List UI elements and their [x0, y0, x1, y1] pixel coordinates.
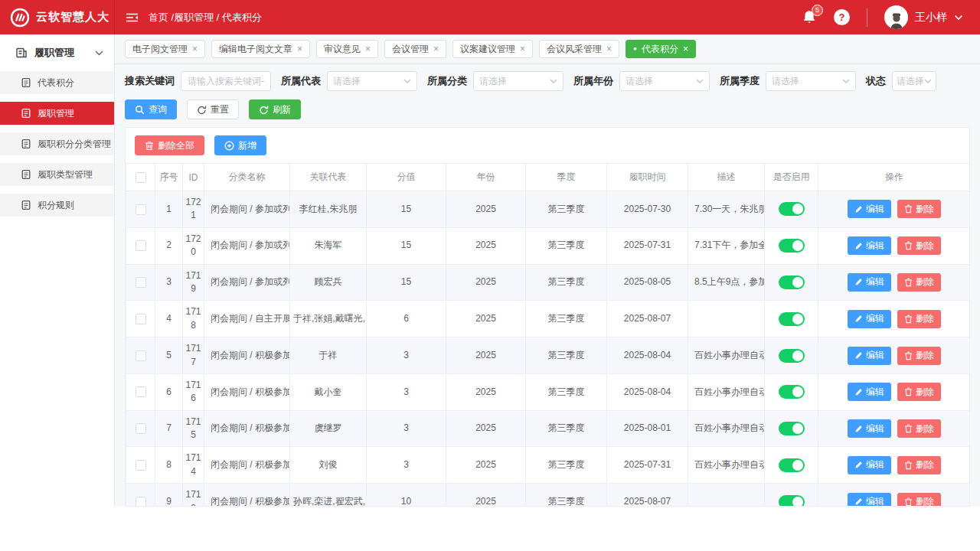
enabled-toggle[interactable]	[779, 495, 805, 507]
delete-all-button[interactable]: 删除全部	[135, 135, 204, 155]
edit-button[interactable]: 编辑	[848, 347, 891, 365]
enabled-toggle[interactable]	[779, 312, 805, 326]
col-category: 分类名称	[204, 164, 290, 191]
tab[interactable]: ● 会议管理 ×	[384, 40, 446, 58]
row-checkbox[interactable]	[136, 277, 146, 288]
delete-button[interactable]: 删除	[897, 493, 941, 507]
sidebar-item[interactable]: 代表积分	[0, 71, 114, 94]
status-filter-label: 状态	[866, 74, 886, 88]
sidebar-item[interactable]: 履职类型管理	[0, 163, 114, 186]
cell-seq: 4	[155, 301, 183, 337]
select-placeholder: 请选择	[897, 75, 924, 88]
delete-button[interactable]: 删除	[897, 419, 941, 438]
add-button[interactable]: 新增	[214, 135, 266, 155]
category-select[interactable]: 请选择	[473, 71, 564, 91]
row-checkbox[interactable]	[136, 314, 146, 324]
enabled-toggle[interactable]	[779, 239, 805, 253]
cell-reps: 虞继罗	[290, 410, 367, 447]
cell-seq: 3	[155, 264, 183, 301]
cell-desc: 7.31下午，参加全...	[688, 227, 765, 264]
year-filter-label: 所属年份	[573, 74, 613, 88]
enabled-toggle[interactable]	[779, 202, 805, 216]
refresh-button[interactable]: 刷新	[249, 99, 301, 119]
edit-button[interactable]: 编辑	[848, 493, 891, 507]
tab[interactable]: ● 编辑电子阅文文章 ×	[211, 40, 310, 58]
sidebar-item[interactable]: 履职管理	[0, 102, 114, 125]
edit-button-label: 编辑	[866, 386, 884, 399]
quarter-select[interactable]: 请选择	[766, 71, 856, 91]
close-tab-icon[interactable]: ×	[606, 44, 612, 54]
row-checkbox[interactable]	[136, 350, 146, 361]
search-icon	[135, 105, 145, 115]
cell-id: 1713	[183, 484, 204, 507]
edit-button[interactable]: 编辑	[848, 456, 891, 474]
delete-button[interactable]: 删除	[897, 383, 941, 401]
row-checkbox[interactable]	[136, 204, 146, 215]
cell-reps: 戴小奎	[290, 373, 367, 410]
cell-category: 闭会期间 / 参加或列...	[204, 227, 290, 264]
rep-select[interactable]: 请选择	[327, 71, 417, 91]
enabled-toggle[interactable]	[779, 458, 805, 472]
status-select[interactable]: 请选择	[892, 71, 936, 91]
enabled-toggle[interactable]	[779, 422, 805, 435]
trash-icon	[904, 387, 913, 396]
close-tab-icon[interactable]: ×	[683, 44, 688, 54]
tab[interactable]: ● 议案建议管理 ×	[452, 40, 533, 58]
cell-category: 闭会期间 / 积极参加...	[204, 484, 290, 507]
row-checkbox[interactable]	[136, 460, 146, 471]
row-checkbox[interactable]	[136, 423, 146, 434]
year-select[interactable]: 请选择	[619, 71, 710, 91]
select-all-checkbox[interactable]	[136, 172, 146, 183]
help-icon: ?	[839, 11, 845, 23]
delete-button[interactable]: 删除	[897, 200, 941, 218]
edit-button[interactable]: 编辑	[848, 200, 891, 218]
enabled-toggle[interactable]	[779, 276, 805, 289]
top-bar: 云软智慧人大 首页 /履职管理 / 代表积分 5 ?	[0, 0, 980, 34]
notifications-button[interactable]: 5	[802, 9, 817, 25]
keyword-input[interactable]	[181, 71, 271, 91]
close-tab-icon[interactable]: ×	[192, 44, 198, 54]
enabled-toggle[interactable]	[779, 385, 805, 399]
col-seq: 序号	[155, 164, 183, 191]
edit-button[interactable]: 编辑	[848, 273, 891, 292]
quarter-filter-label: 所属季度	[720, 74, 760, 88]
search-button[interactable]: 查询	[125, 99, 177, 119]
close-tab-icon[interactable]: ×	[365, 44, 371, 54]
sidebar-menu: 代表积分 履职管理	[0, 71, 114, 217]
search-button-label: 查询	[149, 103, 167, 116]
tab[interactable]: ● 代表积分 ×	[626, 40, 696, 58]
reset-button[interactable]: 重置	[187, 99, 239, 119]
tab[interactable]: ● 电子阅文管理 ×	[125, 40, 205, 58]
cell-quarter: 第三季度	[526, 227, 607, 264]
cell-time: 2025-07-31	[607, 447, 688, 484]
cell-score: 15	[367, 264, 446, 301]
row-checkbox[interactable]	[136, 497, 146, 507]
close-tab-icon[interactable]: ×	[297, 44, 302, 54]
sidebar-item[interactable]: 积分规则	[0, 194, 114, 217]
collapse-sidebar-icon[interactable]	[125, 11, 139, 24]
edit-button[interactable]: 编辑	[848, 383, 891, 401]
help-button[interactable]: ?	[834, 9, 850, 25]
row-checkbox[interactable]	[136, 386, 146, 397]
delete-button[interactable]: 删除	[897, 236, 941, 255]
delete-button[interactable]: 删除	[897, 310, 941, 328]
close-tab-icon[interactable]: ×	[520, 44, 525, 54]
user-menu[interactable]: 王小样	[884, 5, 963, 29]
close-tab-icon[interactable]: ×	[433, 44, 439, 54]
delete-button[interactable]: 删除	[897, 347, 941, 365]
tab[interactable]: ● 会议风采管理 ×	[539, 40, 619, 58]
cell-seq: 9	[155, 484, 183, 507]
sidebar-group-performance[interactable]: 履职管理	[0, 34, 114, 71]
delete-button[interactable]: 删除	[897, 456, 941, 474]
edit-button[interactable]: 编辑	[848, 419, 891, 438]
enabled-toggle[interactable]	[779, 349, 805, 363]
sidebar-item[interactable]: 履职积分分类管理	[0, 132, 114, 155]
cell-category: 闭会期间 / 积极参加...	[204, 373, 290, 410]
delete-button[interactable]: 删除	[897, 273, 941, 292]
row-checkbox[interactable]	[136, 240, 146, 251]
edit-button[interactable]: 编辑	[848, 310, 891, 328]
edit-button[interactable]: 编辑	[848, 236, 891, 255]
tab-label: 代表积分	[642, 43, 678, 56]
breadcrumb[interactable]: 首页 /履职管理 / 代表积分	[149, 11, 262, 24]
tab[interactable]: ● 审议意见 ×	[316, 40, 378, 58]
